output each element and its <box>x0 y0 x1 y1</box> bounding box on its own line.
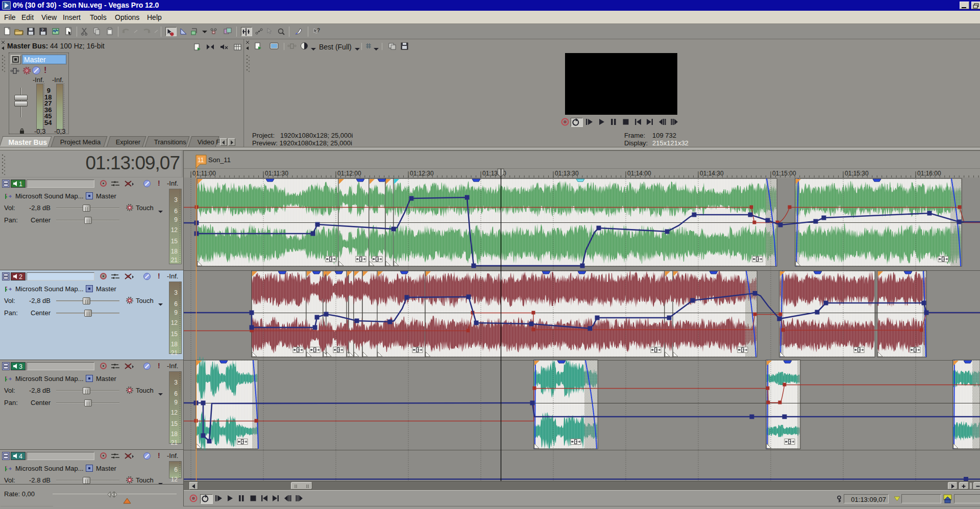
svg-text:01:15:30: 01:15:30 <box>845 170 869 177</box>
svg-text:01:12:00: 01:12:00 <box>337 170 361 177</box>
svg-text:01:13:30: 01:13:30 <box>555 170 579 177</box>
svg-text:01:14:30: 01:14:30 <box>700 170 724 177</box>
svg-text:01:16:00: 01:16:00 <box>917 170 941 177</box>
svg-text:?: ? <box>41 28 44 32</box>
svg-text:?: ? <box>317 28 320 33</box>
svg-text:01:14:00: 01:14:00 <box>627 170 651 177</box>
svg-text:11: 11 <box>198 157 204 164</box>
svg-text:Son_11: Son_11 <box>208 156 231 164</box>
svg-text:01:12:30: 01:12:30 <box>410 170 434 177</box>
svg-text:01:15:00: 01:15:00 <box>772 170 796 177</box>
